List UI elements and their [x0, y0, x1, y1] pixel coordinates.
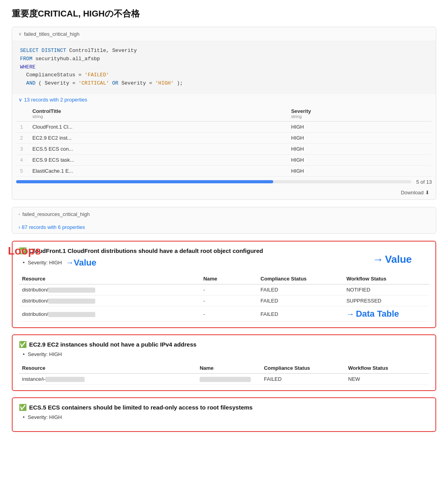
- resource-table-1: Resource Name Compliance Status Workflow…: [19, 273, 429, 322]
- control-card-3-title: ✅ ECS.5 ECS containers should be limited…: [19, 404, 429, 411]
- res2-col-header-name: Name: [196, 363, 261, 374]
- pagination-bar: 5 of 13: [12, 177, 436, 187]
- download-button[interactable]: Download ⬇: [401, 190, 429, 196]
- records-chevron-1: ∨: [19, 97, 22, 103]
- res-col-header-workflow: Workflow Status: [343, 273, 429, 284]
- query-1-header[interactable]: ∨ failed_titles_critical_high: [12, 27, 436, 41]
- resource-table-2: Resource Name Compliance Status Workflow…: [19, 363, 429, 385]
- res-col-header-resource: Resource: [19, 273, 200, 284]
- query-1-records-link[interactable]: ∨ 13 records with 2 properties: [12, 94, 436, 106]
- control-card-ec2: ✅ EC2.9 EC2 instances should not have a …: [12, 334, 436, 391]
- table-row: 5 ElastiCache.1 E... HIGH: [16, 165, 432, 176]
- resource-row: instance/i- FAILED NEW: [19, 374, 429, 385]
- query-block-1: ∨ failed_titles_critical_high SELECT DIS…: [12, 27, 436, 200]
- query-2-records-count: 87 records with 6 properties: [22, 224, 85, 230]
- res-col-header-name: Name: [200, 273, 257, 284]
- check-icon-2: ✅: [19, 341, 27, 348]
- res2-col-header-resource: Resource: [19, 363, 196, 374]
- page-info: 5 of 13: [416, 179, 432, 185]
- download-icon: ⬇: [425, 190, 429, 196]
- table-row: 4 ECS.9 ECS task... HIGH: [16, 154, 432, 165]
- res2-col-header-workflow: Workflow Status: [345, 363, 429, 374]
- col-header-severity: Severity string: [287, 106, 432, 122]
- download-label: Download: [401, 190, 424, 196]
- arrow-value-large-annotation: → Value: [372, 253, 412, 266]
- scrollbar-thumb: [16, 180, 273, 183]
- check-icon-3: ✅: [19, 404, 27, 411]
- col-header-controltitle: ControlTitle string: [28, 106, 287, 122]
- query-1-records-count: 13 records with 2 properties: [24, 97, 87, 103]
- query-block-2: › failed_resources_critical_high › 87 re…: [12, 207, 436, 234]
- arrow-value-inline-annotation: → Value: [66, 258, 96, 268]
- res2-col-header-compliance: Compliance Status: [261, 363, 345, 374]
- severity-line-1: Severity: HIGH → Value: [19, 258, 429, 268]
- page-title: 重要度CRITICAL, HIGHの不合格: [12, 8, 436, 20]
- resource-row: distribution/ - FAILED SUPPRESSED: [19, 295, 429, 306]
- table-row: 2 EC2.9 EC2 inst... HIGH: [16, 132, 432, 143]
- control-card-ecs5: ✅ ECS.5 ECS containers should be limited…: [12, 397, 436, 432]
- download-row: Download ⬇: [12, 187, 436, 199]
- chevron-icon-2: ›: [19, 212, 20, 216]
- query-1-table-container: ControlTitle string Severity string 1 Cl…: [12, 106, 436, 177]
- severity-line-3: Severity: HIGH: [19, 414, 429, 420]
- control-card-2-title: ✅ EC2.9 EC2 instances should not have a …: [19, 341, 429, 348]
- chevron-icon-1: ∨: [19, 31, 22, 37]
- resource-row: distribution/ - FAILED → Data Table: [19, 306, 429, 322]
- control-card-1-title: ✅ CloudFront.1 CloudFront distributions …: [19, 247, 429, 255]
- records-chevron-2: ›: [19, 224, 20, 230]
- control-title-text-3: ECS.5 ECS containers should be limited t…: [29, 404, 253, 411]
- query-1-name: failed_titles_critical_high: [24, 31, 80, 37]
- resource-row: distribution/ - FAILED NOTIFIED: [19, 284, 429, 295]
- severity-line-2: Severity: HIGH: [19, 351, 429, 357]
- control-card-cloudfront: ✅ CloudFront.1 CloudFront distributions …: [12, 241, 436, 328]
- table-row: 1 CloudFront.1 Cl... HIGH: [16, 121, 432, 132]
- control-title-text-2: EC2.9 EC2 instances should not have a pu…: [29, 341, 196, 348]
- scrollbar-track[interactable]: [16, 180, 411, 183]
- control-title-text-1: CloudFront.1 CloudFront distributions sh…: [29, 247, 263, 254]
- query-2-header[interactable]: › failed_resources_critical_high: [12, 207, 436, 221]
- data-table-arrow-annotation: → Data Table: [346, 309, 399, 319]
- query-1-body: SELECT DISTINCT ControlTitle, Severity F…: [12, 41, 436, 94]
- res-col-header-compliance: Compliance Status: [257, 273, 343, 284]
- query-2-records-link[interactable]: › 87 records with 6 properties: [12, 221, 436, 233]
- query-2-name: failed_resources_critical_high: [22, 211, 90, 217]
- loops-annotation-label: Loops: [8, 245, 41, 257]
- query-1-data-table: ControlTitle string Severity string 1 Cl…: [16, 106, 432, 177]
- table-row: 3 ECS.5 ECS con... HIGH: [16, 143, 432, 154]
